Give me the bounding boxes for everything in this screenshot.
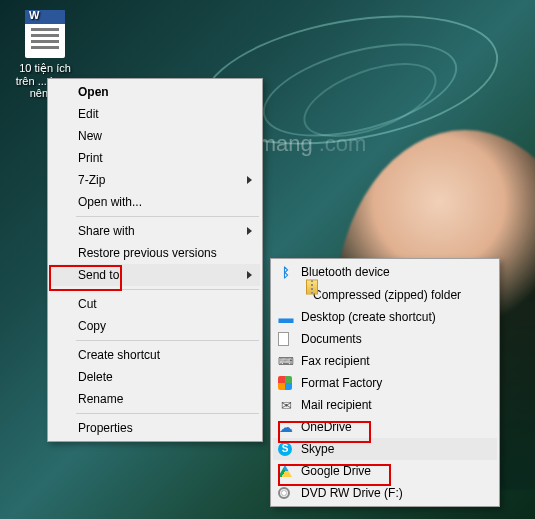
chevron-right-icon bbox=[247, 271, 252, 279]
sendto-skype[interactable]: Skype bbox=[273, 438, 497, 460]
menu-properties[interactable]: Properties bbox=[50, 417, 260, 439]
menu-7zip[interactable]: 7-Zip bbox=[50, 169, 260, 191]
dvd-icon bbox=[278, 487, 290, 499]
menu-create-shortcut[interactable]: Create shortcut bbox=[50, 344, 260, 366]
sendto-dvd[interactable]: DVD RW Drive (F:) bbox=[273, 482, 497, 504]
google-drive-icon bbox=[278, 465, 292, 477]
zip-icon bbox=[306, 280, 318, 295]
chevron-right-icon bbox=[247, 176, 252, 184]
sendto-mail[interactable]: Mail recipient bbox=[273, 394, 497, 416]
context-menu: Open Edit New Print 7-Zip Open with... S… bbox=[47, 78, 263, 442]
menu-delete[interactable]: Delete bbox=[50, 366, 260, 388]
word-doc-icon bbox=[25, 10, 65, 58]
menu-print[interactable]: Print bbox=[50, 147, 260, 169]
skype-icon bbox=[278, 442, 292, 456]
separator bbox=[76, 289, 259, 290]
menu-new[interactable]: New bbox=[50, 125, 260, 147]
mail-icon bbox=[278, 397, 294, 413]
desktop-icon bbox=[278, 309, 294, 325]
sendto-compressed[interactable]: Compressed (zipped) folder bbox=[273, 283, 497, 306]
onedrive-icon bbox=[278, 419, 294, 435]
format-factory-icon bbox=[278, 376, 292, 390]
bluetooth-icon bbox=[278, 264, 294, 280]
chevron-right-icon bbox=[247, 227, 252, 235]
separator bbox=[76, 340, 259, 341]
menu-open-with[interactable]: Open with... bbox=[50, 191, 260, 213]
sendto-google-drive[interactable]: Google Drive bbox=[273, 460, 497, 482]
separator bbox=[76, 216, 259, 217]
documents-icon bbox=[278, 332, 289, 346]
fax-icon bbox=[278, 353, 294, 369]
sendto-documents[interactable]: Documents bbox=[273, 328, 497, 350]
separator bbox=[76, 413, 259, 414]
sendto-desktop[interactable]: Desktop (create shortcut) bbox=[273, 306, 497, 328]
sendto-fax[interactable]: Fax recipient bbox=[273, 350, 497, 372]
send-to-submenu: Bluetooth device Compressed (zipped) fol… bbox=[270, 258, 500, 507]
menu-restore-versions[interactable]: Restore previous versions bbox=[50, 242, 260, 264]
menu-send-to[interactable]: Send to bbox=[50, 264, 260, 286]
menu-cut[interactable]: Cut bbox=[50, 293, 260, 315]
sendto-onedrive[interactable]: OneDrive bbox=[273, 416, 497, 438]
menu-copy[interactable]: Copy bbox=[50, 315, 260, 337]
sendto-format-factory[interactable]: Format Factory bbox=[273, 372, 497, 394]
menu-share-with[interactable]: Share with bbox=[50, 220, 260, 242]
menu-rename[interactable]: Rename bbox=[50, 388, 260, 410]
menu-open[interactable]: Open bbox=[50, 81, 260, 103]
menu-edit[interactable]: Edit bbox=[50, 103, 260, 125]
